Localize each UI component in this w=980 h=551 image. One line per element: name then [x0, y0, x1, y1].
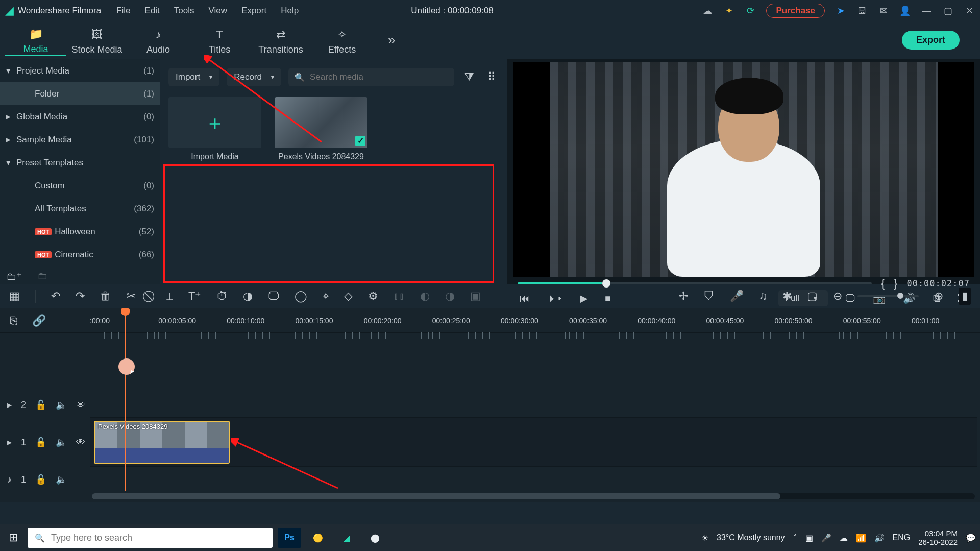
record-dropdown[interactable]: Record▾ [227, 68, 281, 86]
tab-stock-media[interactable]: 🖼Stock Media [66, 25, 128, 55]
music-icon[interactable]: ♫ [759, 290, 768, 303]
maximize-icon[interactable]: ▢ [942, 5, 953, 16]
send-icon[interactable]: ➤ [835, 5, 846, 16]
tray-wifi-icon[interactable]: 📶 [856, 533, 866, 543]
marker-icon[interactable]: ▢ [807, 290, 818, 303]
more-tabs-icon[interactable]: » [388, 32, 395, 48]
timeline-tracks[interactable]: Pexels Videos 2084329 [90, 333, 977, 492]
minimize-icon[interactable]: — [921, 5, 932, 16]
shield-icon[interactable]: ⛉ [703, 290, 715, 303]
preview-scrubber[interactable] [518, 282, 872, 284]
cloud-icon[interactable]: ☁ [702, 5, 713, 16]
import-media-tile[interactable]: ＋ Import Media [168, 97, 261, 161]
menu-file[interactable]: File [116, 6, 130, 16]
library-item[interactable]: Custom(0) [0, 174, 160, 197]
weather-icon[interactable]: ☀ [701, 533, 708, 543]
target-icon[interactable]: ✢ [679, 290, 688, 303]
volume-icon[interactable]: 🔊 [903, 292, 916, 304]
taskbar-app-chrome[interactable]: 🟡 [306, 528, 330, 548]
color-icon[interactable]: ◑ [243, 290, 253, 303]
play-icon[interactable]: ▶ [580, 292, 587, 304]
new-folder-icon[interactable]: 🗀⁺ [6, 270, 22, 282]
mic-icon[interactable]: 🎤 [730, 290, 744, 303]
search-input[interactable] [310, 72, 448, 82]
lock-icon[interactable]: 🔓 [35, 399, 46, 411]
tab-titles[interactable]: TTitles [189, 25, 250, 55]
refresh-icon[interactable]: ⟳ [745, 5, 756, 16]
speed-icon[interactable]: ⏱ [216, 290, 228, 303]
mail-icon[interactable]: ✉ [878, 5, 889, 16]
taskbar-app-photoshop[interactable]: Ps [278, 528, 301, 548]
save-icon[interactable]: 🖫 [856, 5, 868, 16]
account-icon[interactable]: 👤 [899, 5, 911, 16]
fit-icon[interactable]: ▮ [959, 288, 971, 305]
track-head-v2[interactable]: ▸2🔓🔈👁 [0, 392, 90, 418]
library-item[interactable]: ▾Preset Templates [0, 151, 160, 174]
track-head-a1[interactable]: ♪1🔓🔈 [0, 467, 90, 492]
track-head-v1[interactable]: ▸1🔓🔈👁 [0, 418, 90, 467]
windows-search[interactable]: 🔍 [28, 528, 273, 548]
tab-effects[interactable]: ✧Effects [311, 25, 373, 55]
purchase-button[interactable]: Purchase [766, 4, 825, 18]
mark-out-icon[interactable]: } [894, 277, 897, 290]
link-icon[interactable]: 🔗 [32, 314, 46, 327]
menu-export[interactable]: Export [241, 6, 266, 16]
text-tool-icon[interactable]: T⁺ [188, 290, 201, 303]
eye-icon[interactable]: 👁 [76, 437, 85, 448]
crop-icon[interactable]: ⟂ [166, 290, 173, 303]
lock-icon[interactable]: 🔓 [35, 437, 46, 448]
filter-icon[interactable]: ⧩ [461, 70, 477, 84]
taskbar-app-obs[interactable]: ⬤ [363, 528, 387, 548]
cut-icon[interactable]: ✂ [127, 290, 136, 303]
menu-view[interactable]: View [209, 6, 228, 16]
library-item[interactable]: Folder(1) [0, 82, 160, 105]
timeline-clip[interactable]: Pexels Videos 2084329 [94, 421, 230, 464]
windows-search-input[interactable] [51, 533, 265, 543]
play-slow-icon[interactable]: ⏵▸ [547, 293, 562, 304]
display-icon[interactable]: 🖵 [845, 293, 855, 304]
lock-icon[interactable]: 🔓 [35, 474, 46, 485]
delete-icon[interactable]: 🗑 [100, 290, 111, 303]
step-back-icon[interactable]: ⏮ [520, 293, 530, 304]
library-item[interactable]: ▾Project Media(1) [0, 59, 160, 82]
tray-meet-icon[interactable]: ▣ [805, 533, 813, 543]
weather-text[interactable]: 33°C Mostly sunny [717, 533, 785, 542]
mute-icon[interactable]: 🔈 [56, 474, 67, 485]
tray-clock[interactable]: 03:04 PM 26-10-2022 [918, 529, 958, 546]
timeline-ruler[interactable]: :00:0000:00:05:0000:00:10:0000:00:15:000… [0, 308, 980, 333]
library-item[interactable]: ▸Global Media(0) [0, 105, 160, 128]
stop-icon[interactable]: ■ [605, 293, 611, 304]
copy-icon[interactable]: ⎘ [10, 314, 17, 327]
zoom-in-icon[interactable]: ⊕ [934, 290, 943, 303]
tab-audio[interactable]: ♪Audio [128, 25, 189, 55]
grid-view-icon[interactable]: ⠿ [484, 70, 499, 84]
paint-icon[interactable]: ◇ [344, 290, 353, 303]
mute-icon[interactable]: 🔈 [56, 437, 67, 448]
folder-icon[interactable]: 🗀 [37, 270, 47, 282]
tray-mic-icon[interactable]: 🎤 [821, 533, 831, 543]
close-icon[interactable]: ✕ [964, 5, 975, 16]
library-item[interactable]: HOTHalloween(52) [0, 220, 160, 243]
tab-transitions[interactable]: ⇄Transitions [250, 25, 311, 55]
sparkle-icon[interactable]: ✦ [723, 5, 734, 16]
mixer-icon[interactable]: ✱ [782, 290, 792, 303]
circle-icon[interactable]: ◯ [295, 290, 307, 303]
mark-in-icon[interactable]: { [881, 277, 885, 290]
media-clip-tile[interactable]: Pexels Videos 2084329 [275, 97, 368, 161]
snapshot-icon[interactable]: 📷 [873, 292, 886, 304]
zoom-slider[interactable] [857, 295, 919, 297]
taskbar-app-filmora[interactable]: ◢ [335, 528, 358, 548]
export-button[interactable]: Export [902, 31, 960, 50]
tray-onedrive-icon[interactable]: ☁ [840, 533, 848, 543]
screen-icon[interactable]: 🖵 [268, 290, 279, 303]
library-item[interactable]: All Templates(362) [0, 197, 160, 220]
menu-edit[interactable]: Edit [145, 6, 160, 16]
timeline-scrollbar[interactable] [92, 493, 975, 499]
tray-language[interactable]: ENG [893, 533, 911, 542]
tab-media[interactable]: 📁Media [5, 25, 66, 56]
layout-icon[interactable]: ▦ [9, 290, 20, 303]
undo-icon[interactable]: ↶ [51, 290, 60, 303]
mute-icon[interactable]: 🔈 [56, 399, 67, 411]
import-dropdown[interactable]: Import▾ [168, 68, 219, 86]
preview-viewport[interactable] [513, 62, 974, 277]
